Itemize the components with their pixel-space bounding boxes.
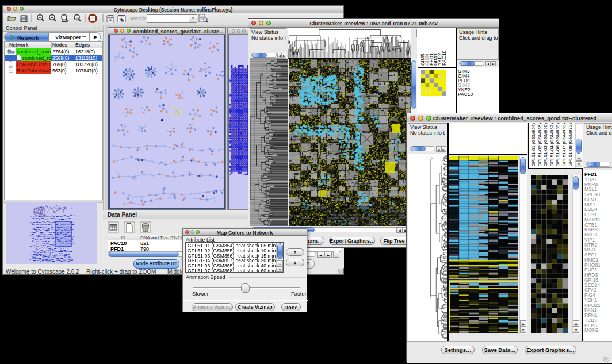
svg-text:1:1: 1:1	[75, 17, 79, 20]
